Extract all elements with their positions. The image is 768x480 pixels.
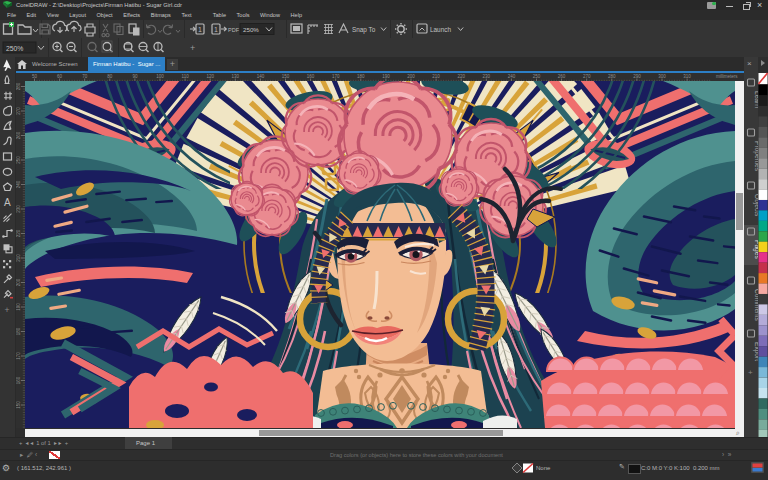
svg-text:270: 270 [16,107,21,115]
svg-text:130: 130 [232,74,240,79]
svg-text:260: 260 [16,131,21,139]
svg-text:240: 240 [16,180,21,188]
svg-text:150: 150 [16,401,21,409]
svg-text:80: 80 [107,74,113,79]
svg-text:210: 210 [432,74,440,79]
svg-text:Snap To: Snap To [352,26,376,34]
svg-text:1: 1 [214,26,218,33]
svg-text:170: 170 [332,74,340,79]
svg-text:170: 170 [16,352,21,360]
svg-text:250: 250 [533,74,541,79]
svg-text:+: + [190,43,195,53]
svg-text:PDF: PDF [228,27,240,33]
svg-text:230: 230 [483,74,491,79]
svg-text:160: 160 [307,74,315,79]
svg-text:220: 220 [457,74,465,79]
svg-text:150: 150 [282,74,290,79]
svg-text:250%: 250% [243,26,259,33]
svg-text:140: 140 [257,74,265,79]
svg-text:190: 190 [382,74,390,79]
svg-text:260: 260 [558,74,566,79]
svg-text:+: + [748,368,753,377]
svg-text:50: 50 [32,74,38,79]
svg-text:290: 290 [633,74,641,79]
svg-text:180: 180 [357,74,365,79]
svg-text:300: 300 [658,74,666,79]
svg-text:230: 230 [16,205,21,213]
svg-text:60: 60 [57,74,63,79]
svg-text:200: 200 [407,74,415,79]
svg-text:70: 70 [82,74,88,79]
svg-text:110: 110 [182,74,190,79]
svg-text:+: + [5,305,10,315]
svg-text:Launch: Launch [430,26,451,33]
svg-text:180: 180 [16,327,21,335]
svg-text:120: 120 [206,74,214,79]
svg-text:1: 1 [198,26,202,33]
svg-text:210: 210 [16,254,21,262]
svg-text:×: × [747,59,752,68]
svg-text:160: 160 [16,376,21,384]
svg-text:90: 90 [132,74,138,79]
svg-text:190: 190 [16,303,21,311]
svg-text:220: 220 [16,229,21,237]
svg-text:310: 310 [683,74,691,79]
svg-text:270: 270 [583,74,591,79]
svg-text:250: 250 [16,156,21,164]
svg-text:250%: 250% [6,45,23,52]
svg-text:240: 240 [508,74,516,79]
svg-text:A: A [4,197,11,208]
svg-text:280: 280 [16,82,21,90]
svg-text:280: 280 [608,74,616,79]
svg-text:100: 100 [156,74,164,79]
svg-text:millimeters: millimeters [716,74,738,79]
svg-text:200: 200 [16,278,21,286]
